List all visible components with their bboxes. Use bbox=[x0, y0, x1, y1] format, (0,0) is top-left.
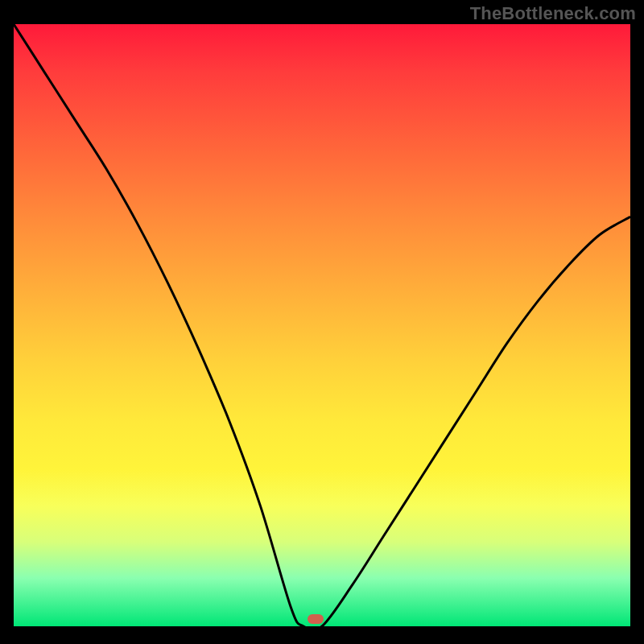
curve-svg bbox=[14, 24, 630, 626]
watermark-text: TheBottleneck.com bbox=[470, 3, 636, 24]
plot-area bbox=[14, 24, 630, 626]
bottleneck-curve-path bbox=[14, 24, 630, 626]
chart-frame: TheBottleneck.com bbox=[0, 0, 644, 644]
optimum-marker bbox=[308, 614, 324, 624]
